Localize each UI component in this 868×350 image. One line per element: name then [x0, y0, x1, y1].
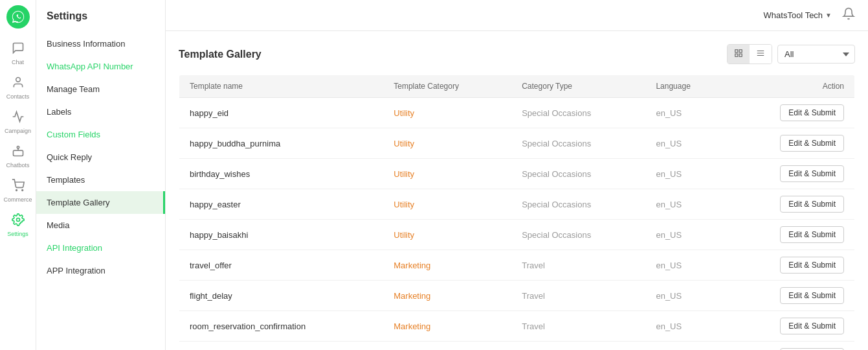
nav-icon-campaign[interactable]: Campaign: [0, 106, 36, 138]
cell-action-8: Edit & Submit: [728, 342, 855, 351]
cell-category-6: Marketing: [383, 281, 511, 311]
edit-submit-button-0[interactable]: Edit & Submit: [780, 104, 844, 121]
cell-category-4: Utility: [383, 220, 511, 250]
table-row: birthday_wishes Utility Special Occasion…: [179, 159, 855, 189]
cell-name-3: happy_easter: [179, 189, 384, 220]
svg-rect-7: [739, 50, 742, 52]
cell-type-7: Travel: [511, 311, 645, 342]
cell-action-6: Edit & Submit: [728, 281, 855, 311]
cell-type-6: Travel: [511, 281, 645, 311]
cell-type-3: Special Occasions: [511, 189, 645, 220]
nav-item-templates[interactable]: Templates: [36, 169, 165, 191]
svg-point-2: [17, 146, 19, 148]
col-template-category: Template Category: [383, 75, 511, 98]
cell-action-4: Edit & Submit: [728, 220, 855, 250]
cell-language-0: en_US: [645, 98, 728, 128]
left-nav: Settings Business Information WhatsApp A…: [36, 0, 166, 350]
nav-item-labels[interactable]: Labels: [36, 100, 165, 123]
contacts-icon-label: Contacts: [6, 93, 30, 100]
edit-submit-button-5[interactable]: Edit & Submit: [780, 257, 844, 274]
cell-language-7: en_US: [645, 311, 728, 342]
svg-point-3: [16, 190, 17, 191]
nav-item-manage-team[interactable]: Manage Team: [36, 78, 165, 100]
cell-type-4: Special Occasions: [511, 220, 645, 250]
category-filter[interactable]: All Utility Marketing: [777, 45, 855, 64]
cell-category-5: Marketing: [383, 250, 511, 281]
nav-icon-contacts[interactable]: Contacts: [0, 72, 36, 104]
cell-category-7: Marketing: [383, 311, 511, 342]
edit-submit-button-2[interactable]: Edit & Submit: [780, 165, 844, 182]
app-logo: [6, 5, 30, 29]
template-table: Template name Template Category Category…: [179, 75, 855, 350]
content-area: Template Gallery All Utility Marketing: [166, 31, 868, 350]
svg-rect-1: [13, 150, 23, 156]
grid-view-button[interactable]: [728, 45, 750, 64]
nav-icon-chatbots[interactable]: Chatbots: [0, 141, 36, 172]
cell-language-5: en_US: [645, 250, 728, 281]
cell-name-5: travel_offer: [179, 250, 384, 281]
cell-name-6: flight_delay: [179, 281, 384, 311]
edit-submit-button-6[interactable]: Edit & Submit: [780, 287, 844, 304]
cell-type-5: Travel: [511, 250, 645, 281]
campaign-icon: [12, 110, 25, 126]
table-header: Template name Template Category Category…: [179, 75, 855, 98]
cell-type-8: Commerce: [511, 342, 645, 351]
icon-sidebar: Chat Contacts Campaign Chatbots Commerce…: [0, 0, 36, 350]
settings-icon: [12, 213, 25, 229]
header-controls: All Utility Marketing: [727, 44, 855, 64]
cell-language-4: en_US: [645, 220, 728, 250]
cell-action-1: Edit & Submit: [728, 128, 855, 159]
nav-icon-commerce[interactable]: Commerce: [0, 175, 36, 207]
page-title: Template Gallery: [179, 49, 262, 60]
svg-point-0: [16, 78, 20, 82]
cell-category-8: Marketing: [383, 342, 511, 351]
nav-icon-settings[interactable]: Settings: [0, 209, 36, 241]
chatbots-icon-label: Chatbots: [6, 162, 29, 169]
nav-item-media[interactable]: Media: [36, 214, 165, 237]
edit-submit-button-7[interactable]: Edit & Submit: [780, 318, 844, 334]
cell-action-5: Edit & Submit: [728, 250, 855, 281]
cell-type-1: Special Occasions: [511, 128, 645, 159]
cell-language-3: en_US: [645, 189, 728, 220]
edit-submit-button-3[interactable]: Edit & Submit: [780, 196, 844, 213]
settings-title: Settings: [36, 10, 165, 32]
chat-icon: [12, 41, 25, 58]
list-view-button[interactable]: [750, 45, 772, 64]
nav-item-quick-reply[interactable]: Quick Reply: [36, 146, 165, 169]
nav-item-custom-fields[interactable]: Custom Fields: [36, 123, 165, 146]
edit-submit-button-1[interactable]: Edit & Submit: [780, 135, 844, 152]
view-toggle: [727, 44, 772, 64]
commerce-icon-label: Commerce: [3, 196, 32, 203]
cell-category-3: Utility: [383, 189, 511, 220]
cell-name-2: birthday_wishes: [179, 159, 384, 189]
nav-item-business-information[interactable]: Business Information: [36, 32, 165, 55]
nav-item-api-integration[interactable]: API Integration: [36, 237, 165, 259]
table-body: happy_eid Utility Special Occasions en_U…: [179, 98, 855, 351]
cell-category-0: Utility: [383, 98, 511, 128]
nav-icon-chat[interactable]: Chat: [0, 38, 36, 69]
nav-item-app-integration[interactable]: APP Integration: [36, 259, 165, 282]
workspace-selector[interactable]: WhatsTool Tech ▼: [764, 10, 832, 20]
main-content: WhatsTool Tech ▼ Template Gallery All: [166, 0, 868, 350]
table-row: happy_baisakhi Utility Special Occasions…: [179, 220, 855, 250]
table-row: happy_easter Utility Special Occasions e…: [179, 189, 855, 220]
commerce-icon: [12, 179, 25, 195]
chat-icon-label: Chat: [12, 59, 24, 65]
svg-point-4: [21, 190, 23, 191]
nav-item-template-gallery[interactable]: Template Gallery: [36, 191, 165, 214]
cell-language-1: en_US: [645, 128, 728, 159]
nav-item-whatsapp-api[interactable]: WhatsApp API Number: [36, 55, 165, 78]
notification-icon[interactable]: [842, 7, 855, 23]
col-category-type: Category Type: [511, 75, 645, 98]
table-row: travel_offer Marketing Travel en_US Edit…: [179, 250, 855, 281]
cell-name-7: room_reservation_confirmation: [179, 311, 384, 342]
cell-name-0: happy_eid: [179, 98, 384, 128]
cell-action-7: Edit & Submit: [728, 311, 855, 342]
workspace-name: WhatsTool Tech: [764, 10, 823, 20]
cell-language-2: en_US: [645, 159, 728, 189]
contacts-icon: [12, 76, 25, 92]
table-row: happy_eid Utility Special Occasions en_U…: [179, 98, 855, 128]
cell-type-2: Special Occasions: [511, 159, 645, 189]
cell-language-8: en_US: [645, 342, 728, 351]
edit-submit-button-4[interactable]: Edit & Submit: [780, 226, 844, 243]
